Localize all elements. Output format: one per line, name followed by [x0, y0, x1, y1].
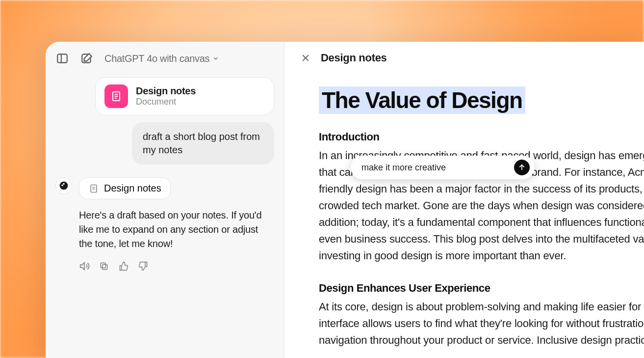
close-icon[interactable]: [300, 53, 311, 63]
model-label: ChatGPT 4o with canvas: [104, 53, 209, 64]
canvas-pane: Design notes The Value of Design Introdu…: [284, 42, 644, 358]
paragraph-line: crowded tech market. Gone are the days w…: [319, 197, 644, 214]
paragraph-line: interface allows users to find what they…: [319, 315, 644, 332]
paragraph-line: At its core, design is about problem-sol…: [319, 299, 644, 315]
chat-pane: ChatGPT 4o with canvas Design notes Docu…: [46, 42, 284, 358]
inline-edit-input[interactable]: [361, 163, 509, 173]
chevron-down-icon: [212, 55, 219, 62]
document-heading[interactable]: The Value of Design: [319, 86, 525, 114]
topbar: ChatGPT 4o with canvas: [55, 52, 274, 65]
arrow-up-icon: [518, 164, 526, 171]
inline-edit-popover: [351, 156, 535, 179]
canvas-header: Design notes: [284, 42, 644, 64]
model-picker[interactable]: ChatGPT 4o with canvas: [104, 53, 219, 64]
paragraph-line: addition; today, it's a fundamental comp…: [319, 214, 644, 231]
new-chat-icon[interactable]: [80, 52, 94, 65]
document-body[interactable]: The Value of Design Introduction In an i…: [284, 64, 644, 349]
document-icon: [104, 84, 128, 108]
canvas-chip-label: Design notes: [104, 183, 161, 194]
user-message: draft a short blog post from my notes: [132, 122, 274, 165]
paragraph-line: even business success. This blog post de…: [319, 231, 644, 248]
thumbs-up-icon[interactable]: [118, 261, 129, 272]
attachment-subtitle: Document: [136, 97, 196, 107]
canvas-chip[interactable]: Design notes: [79, 177, 171, 199]
paragraph-line: friendly design has been a major factor …: [319, 181, 644, 197]
attachment-title: Design notes: [136, 85, 196, 97]
thumbs-down-icon[interactable]: [138, 261, 149, 272]
canvas-title: Design notes: [321, 52, 387, 64]
svg-rect-10: [103, 265, 107, 270]
svg-rect-0: [57, 54, 67, 62]
read-aloud-icon[interactable]: [79, 261, 90, 272]
section-heading: Introduction: [319, 131, 644, 143]
copy-icon[interactable]: [99, 261, 109, 272]
section-heading: Design Enhances User Experience: [319, 282, 644, 295]
document-mini-icon: [88, 183, 99, 194]
paragraph-line: investing in good design is more importa…: [319, 248, 644, 264]
feedback-row: [79, 261, 274, 272]
assistant-avatar: [55, 177, 72, 194]
chat-messages: Design notes Document draft a short blog…: [55, 77, 274, 358]
send-button[interactable]: [514, 160, 530, 175]
svg-rect-11: [101, 263, 105, 268]
app-window: ChatGPT 4o with canvas Design notes Docu…: [46, 42, 644, 358]
paragraph-line: navigation throughout your product or se…: [319, 332, 644, 349]
assistant-message-block: Design notes Here's a draft based on you…: [55, 177, 274, 272]
attachment-card[interactable]: Design notes Document: [95, 77, 274, 115]
sidebar-toggle-icon[interactable]: [55, 52, 69, 65]
assistant-text: Here's a draft based on your notes. If y…: [79, 208, 268, 251]
